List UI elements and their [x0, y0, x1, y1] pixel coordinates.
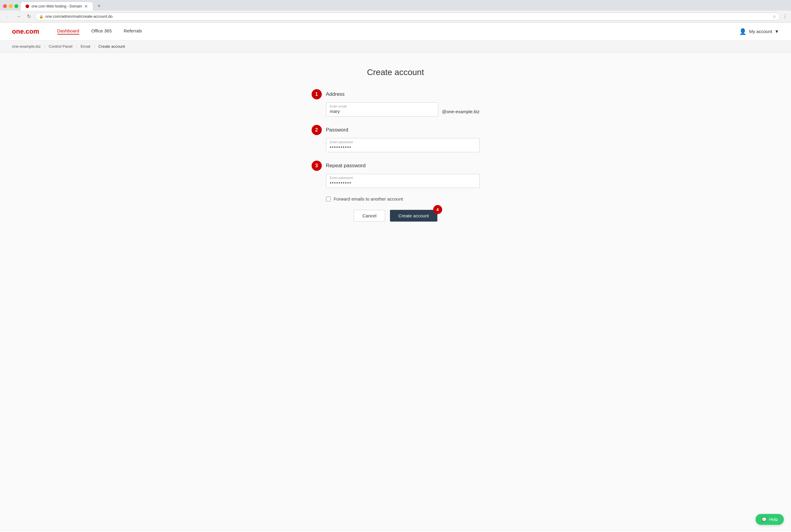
step-2-badge: 2	[312, 125, 322, 135]
step-2-header: 2 Password	[312, 125, 480, 135]
repeat-password-input[interactable]	[330, 180, 476, 185]
browser-controls	[3, 4, 18, 8]
account-chevron-icon: ▼	[774, 29, 779, 34]
browser-titlebar: one.com Web hosting - Domain ✕ +	[0, 0, 791, 11]
help-button[interactable]: 💬 Help	[756, 514, 784, 525]
nav-office365[interactable]: Office 365	[91, 28, 112, 35]
step-2-content: Enter password	[326, 138, 480, 152]
breadcrumb-create-account: Create account	[98, 44, 125, 49]
repeat-password-wrapper: Enter password	[326, 174, 480, 188]
password-label: Enter password	[330, 140, 476, 144]
email-field-label: Enter email	[330, 104, 435, 108]
cancel-button[interactable]: Cancel	[354, 210, 385, 222]
breadcrumb-email[interactable]: Email	[80, 44, 90, 49]
address-box[interactable]: 🔒 one.com/admin/mail/create-account.do ☆	[35, 13, 780, 20]
refresh-button[interactable]: ↻	[25, 12, 33, 20]
step-2-label: Password	[326, 127, 348, 133]
address-text: one.com/admin/mail/create-account.do	[45, 14, 771, 19]
account-section[interactable]: 👤 My account ▼	[739, 28, 779, 35]
logo-suffix: com	[25, 27, 39, 35]
breadcrumb-sep-2: |	[76, 44, 77, 49]
new-tab-button[interactable]: +	[95, 2, 103, 11]
step-1-address: 1 Address Enter email @one-example.biz	[312, 89, 480, 116]
step-1-content: Enter email @one-example.biz	[326, 102, 480, 116]
logo: one.com	[12, 27, 39, 35]
password-input[interactable]	[330, 145, 476, 150]
nav-referrals[interactable]: Referrals	[124, 28, 142, 35]
step-3-content: Enter password	[326, 174, 480, 188]
main-nav: Dashboard Office 365 Referrals	[57, 28, 739, 35]
email-input[interactable]	[330, 109, 435, 114]
bookmark-icon: ☆	[772, 14, 776, 19]
step-1-header: 1 Address	[312, 89, 480, 99]
account-label: My account	[749, 29, 772, 34]
footer: Business Terms Product & Privacy Policie…	[0, 531, 791, 532]
domain-suffix: @one-example.biz	[442, 109, 479, 116]
repeat-password-label: Enter password	[330, 176, 476, 179]
forward-checkbox-row: Forward emails to another account	[326, 196, 480, 202]
browser-chrome: one.com Web hosting - Domain ✕ + ← → ↻ 🔒…	[0, 0, 791, 22]
lock-icon: 🔒	[39, 14, 43, 19]
account-icon: 👤	[739, 28, 747, 35]
step-3-repeat-password: 3 Repeat password Enter password	[312, 160, 480, 188]
forward-checkbox-label[interactable]: Forward emails to another account	[334, 196, 403, 202]
address-input-container: Enter email @one-example.biz	[326, 102, 480, 116]
tab-favicon	[25, 4, 29, 8]
tab-title: one.com Web hosting - Domain	[32, 4, 82, 8]
step-3-badge: 3	[312, 160, 322, 171]
browser-close-button[interactable]	[3, 4, 7, 8]
step-3-header: 3 Repeat password	[312, 160, 480, 171]
create-account-form: 1 Address Enter email @one-example.biz 2	[312, 89, 480, 222]
nav-dashboard[interactable]: Dashboard	[57, 28, 79, 35]
breadcrumb-domain[interactable]: one-example.biz	[12, 44, 40, 49]
form-buttons: Cancel Create account 4	[312, 210, 480, 222]
breadcrumb-control-panel[interactable]: Control Panel	[49, 44, 73, 49]
step-1-label: Address	[326, 91, 345, 97]
create-account-button[interactable]: Create account 4	[390, 210, 437, 222]
browser-minimize-button[interactable]	[9, 4, 13, 8]
page-title: Create account	[367, 68, 424, 77]
browser-tab[interactable]: one.com Web hosting - Domain ✕	[21, 2, 93, 11]
browser-menu-icon[interactable]: ⋮	[783, 14, 787, 19]
forward-checkbox[interactable]	[326, 197, 331, 202]
password-wrapper: Enter password	[326, 138, 480, 152]
main-content: Create account 1 Address Enter email @on…	[0, 53, 791, 531]
step-3-label: Repeat password	[326, 163, 366, 169]
app-header: one.com Dashboard Office 365 Referrals 👤…	[0, 22, 791, 40]
logo-text: one	[12, 27, 24, 35]
tab-close-button[interactable]: ✕	[84, 4, 88, 9]
help-chat-icon: 💬	[761, 517, 767, 522]
breadcrumb-bar: one-example.biz | Control Panel | Email …	[0, 40, 791, 53]
forward-button[interactable]: →	[14, 13, 23, 20]
back-button[interactable]: ←	[4, 13, 12, 20]
help-button-label: Help	[769, 517, 778, 522]
breadcrumb-sep-3: |	[94, 44, 95, 49]
step-2-password: 2 Password Enter password	[312, 125, 480, 152]
step-4-badge: 4	[433, 205, 442, 214]
step-1-badge: 1	[312, 89, 322, 99]
browser-maximize-button[interactable]	[14, 4, 18, 8]
email-field-wrapper: Enter email	[326, 102, 439, 116]
browser-addressbar: ← → ↻ 🔒 one.com/admin/mail/create-accoun…	[0, 11, 791, 22]
breadcrumb-sep-1: |	[44, 44, 45, 49]
